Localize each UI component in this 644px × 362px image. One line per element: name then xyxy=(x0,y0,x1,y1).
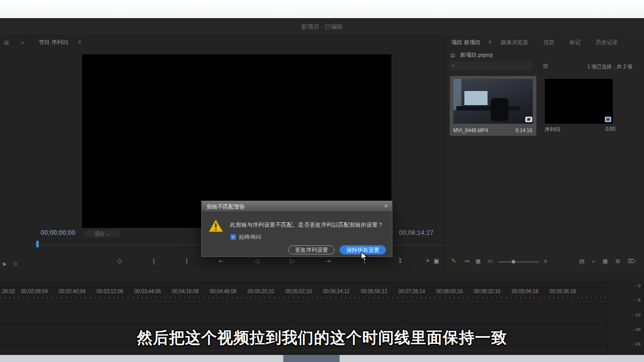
project-panel-tab[interactable]: 项目 新项目 xyxy=(451,39,480,46)
transport-icon[interactable]: ◇ xyxy=(117,257,122,264)
sequence-duration: 0;00 xyxy=(606,126,615,132)
checkbox-check-icon[interactable]: ✓ xyxy=(230,234,236,240)
edit-pencil-icon[interactable]: ✎ xyxy=(451,257,456,264)
fit-label: 适合 xyxy=(94,231,104,236)
ruler-timecode-label: 00;09;04;18 xyxy=(512,289,549,294)
ruler-timecode-label: 00;05;52;10 xyxy=(285,289,323,294)
selection-status: 1 项已选择，共 2 项 xyxy=(588,63,632,70)
collapsed-left-rail: ▤ » ▶ ⊙ xyxy=(0,35,32,272)
list-view-icon[interactable]: ≔ xyxy=(464,258,470,264)
thumbnail-window-shape xyxy=(453,79,461,110)
ruler-timecode-label: 00;07;28;14 xyxy=(398,289,436,294)
ruler-timecode-label: 00;02;40;04 xyxy=(59,289,97,294)
camera-media-badge-icon xyxy=(525,117,532,122)
transport-icon[interactable]: ▷ xyxy=(290,257,295,264)
clip-duration: 6:14:16 xyxy=(516,128,532,133)
mouse-cursor xyxy=(361,251,369,264)
ruler-timecode-label: 00;04;48;08 xyxy=(210,289,248,294)
search-input[interactable] xyxy=(449,61,533,70)
project-panel-tab[interactable]: 信息 xyxy=(543,39,554,46)
panel-menu-icon[interactable]: ≡ xyxy=(78,39,81,45)
meter-db-label: 0 xyxy=(631,283,640,298)
ruler-timecode-label: 00;04;16;08 xyxy=(172,289,210,294)
scrollbar-thumb[interactable] xyxy=(283,355,340,362)
project-footer-icon[interactable]: ▤ xyxy=(579,258,584,264)
project-panel-tab[interactable]: 历史记录 xyxy=(596,39,618,46)
ruler-timecode-label: 00;08;00;16 xyxy=(436,289,474,294)
ruler-timecode-label: ;36;02 xyxy=(1,289,21,294)
thumbnail-chair-shape xyxy=(491,98,509,121)
project-footer-icon[interactable]: ⌕ xyxy=(592,258,595,264)
clip-mismatch-dialog: 剪辑不匹配警告 × 此剪辑与序列设置不匹配。是否更改序列以匹配剪辑的设置？ ✓ … xyxy=(201,201,392,257)
ruler-timecode-label: 00;02;08;04 xyxy=(21,289,59,294)
sequence-media-badge-icon xyxy=(605,117,611,122)
app-window: 新项目 - 已编辑 ▤ » ▶ ⊙ 节目 序列01 ≡ 00;00;00;00 … xyxy=(0,0,644,362)
search-icon: ⌕ xyxy=(452,62,455,69)
duration-timecode: 00;06;14;27 xyxy=(399,229,434,236)
dialog-buttons: 更改序列设置 保持现有设置 xyxy=(288,245,386,254)
project-panel-tab[interactable]: 标记 xyxy=(570,39,581,46)
project-footer-icon[interactable]: ▦ xyxy=(603,258,608,264)
ruler-tick-marks xyxy=(0,296,607,299)
zoom-fit-dropdown[interactable]: 适合 ⌄ xyxy=(84,230,120,237)
track-divider xyxy=(0,301,607,302)
ruler-timecode-label: 00;03;44;06 xyxy=(134,289,172,294)
project-panel-tab[interactable]: 媒体浏览器 xyxy=(501,39,528,46)
rail-play-icon[interactable]: ▶ xyxy=(3,261,7,266)
sort-menu-icon[interactable]: ≡ xyxy=(544,258,547,264)
current-timecode[interactable]: 00;00;00;00 xyxy=(41,229,75,236)
track-divider xyxy=(0,350,607,351)
project-footer-icon[interactable]: ⌦ xyxy=(627,258,635,264)
thumbnail-desk-shape xyxy=(456,106,520,111)
icon-view-icon[interactable]: ▦ xyxy=(475,258,480,264)
always-ask-checkbox[interactable]: ✓ 始终询问 xyxy=(230,233,261,241)
freeform-view-icon[interactable]: ▭ xyxy=(488,258,493,264)
ruler-timecode-label: 00;08;32;16 xyxy=(474,289,512,294)
project-footer-icon[interactable]: ⊞ xyxy=(615,258,620,264)
ruler-timecode-label: 00;06;56;12 xyxy=(361,289,398,294)
change-sequence-button[interactable]: 更改序列设置 xyxy=(288,245,335,254)
project-panel: 项目 新项目媒体浏览器信息标记历史记录 ≡ ▤ 新项目.prproj ⌕ ▥ 1… xyxy=(445,35,644,272)
chevron-down-icon: ⌄ xyxy=(106,231,110,236)
menu-bar-area xyxy=(0,0,644,19)
transport-icon[interactable]: ▣ xyxy=(434,257,439,264)
project-root-row[interactable]: ▤ 新项目.prproj xyxy=(450,51,493,59)
ruler-timecode-label: 00;06;24;12 xyxy=(323,289,361,294)
tab-program-sequence[interactable]: 节目 序列01 xyxy=(39,39,68,46)
bottom-scrollbar[interactable] xyxy=(0,355,644,362)
project-footer-icons: ▤⌕▦⊞⌦ xyxy=(579,258,635,264)
ruler-timecode-label: 00;05;20;10 xyxy=(248,289,285,294)
project-item-sequence[interactable] xyxy=(545,79,613,124)
meter-db-label: 6 xyxy=(631,298,640,312)
sequence-name: 序列01 xyxy=(545,126,560,133)
timeline-ruler[interactable]: ;36;0200;02;08;0400;02;40;0400;03;12;060… xyxy=(1,289,587,294)
add-button-icon[interactable]: + xyxy=(426,256,430,264)
transport-icon[interactable]: } xyxy=(186,257,188,264)
transport-icon[interactable]: ⇤ xyxy=(218,257,223,264)
thumbnail-zoom-slider[interactable] xyxy=(499,261,539,262)
transport-icon[interactable]: ⇥ xyxy=(326,257,331,264)
chevrons-expand-icon[interactable]: » xyxy=(21,40,24,45)
dialog-titlebar[interactable]: 剪辑不匹配警告 × xyxy=(202,201,392,212)
window-title: 新项目 - 已编辑 xyxy=(0,18,644,36)
project-item-clip[interactable]: MVI_8448.MP4 6:14:16 xyxy=(450,76,536,136)
close-icon[interactable]: × xyxy=(384,202,388,210)
rail-panel-icon[interactable]: ▤ xyxy=(4,40,9,45)
transport-controls: ◇{}⇤◁▷⇥↥↧▣ xyxy=(117,257,439,264)
rail-loop-icon[interactable]: ⊙ xyxy=(13,261,17,266)
checkbox-label: 始终询问 xyxy=(239,233,261,241)
video-subtitle: 然后把这个视频拉到我们的这个时间线里面保持一致 xyxy=(0,327,644,348)
project-file-icon: ▤ xyxy=(450,52,455,58)
transport-icon[interactable]: ↧ xyxy=(397,257,403,264)
clip-thumbnail xyxy=(453,79,533,124)
dialog-title: 剪辑不匹配警告 xyxy=(206,203,245,211)
clip-name: MVI_8448.MP4 xyxy=(453,128,488,133)
warning-triangle-icon xyxy=(208,219,223,235)
project-name: 新项目.prproj xyxy=(460,52,493,58)
filter-icon[interactable]: ▥ xyxy=(543,62,548,69)
transport-icon[interactable]: { xyxy=(153,257,155,264)
panel-menu-icon[interactable]: ≡ xyxy=(489,39,492,45)
ruler-timecode-label: 00;09;36;18 xyxy=(549,289,587,294)
playhead-marker[interactable] xyxy=(36,241,39,247)
transport-icon[interactable]: ◁ xyxy=(255,257,259,264)
